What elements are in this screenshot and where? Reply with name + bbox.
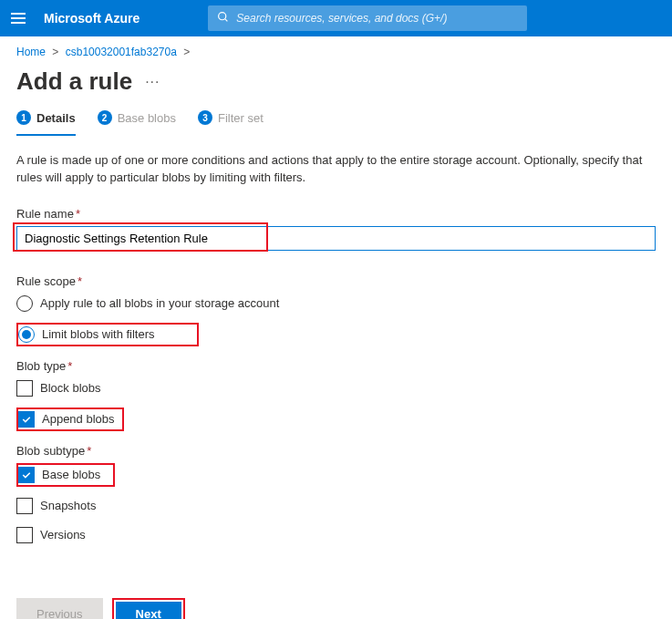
form-content: A rule is made up of one or more conditi… xyxy=(0,136,672,571)
blob-type-label: Blob type* xyxy=(16,359,656,373)
checkbox-icon[interactable] xyxy=(16,380,33,397)
tab-step-badge: 2 xyxy=(98,110,112,125)
radio-icon[interactable] xyxy=(18,326,35,343)
tab-label: Base blobs xyxy=(118,111,176,125)
chevron-right-icon: > xyxy=(183,46,190,58)
tab-step-badge: 1 xyxy=(16,110,31,125)
highlight-box: Next xyxy=(112,598,185,619)
tab-label: Filter set xyxy=(218,111,264,125)
checkbox-label: Snapshots xyxy=(40,499,96,512)
scope-option-filters[interactable]: Limit blobs with filters xyxy=(16,323,199,346)
tab-details[interactable]: 1 Details xyxy=(16,107,76,136)
previous-button[interactable]: Previous xyxy=(16,598,103,619)
blob-subtype-base[interactable]: Base blobs xyxy=(16,463,115,487)
blob-subtype-label: Blob subtype* xyxy=(16,444,656,458)
page-title-row: Add a rule ··· xyxy=(0,64,672,107)
checkbox-label: Block blobs xyxy=(40,381,100,395)
blob-type-append[interactable]: Append blobs xyxy=(16,408,124,431)
chevron-right-icon: > xyxy=(52,46,58,58)
rule-name-label: Rule name* xyxy=(16,207,656,221)
form-description: A rule is made up of one or more conditi… xyxy=(16,152,656,187)
checkbox-label: Append blobs xyxy=(42,412,115,426)
checkbox-label: Base blobs xyxy=(42,468,100,481)
breadcrumb-resource[interactable]: csb10032001fab3270a xyxy=(66,46,177,58)
tab-base-blobs[interactable]: 2 Base blobs xyxy=(98,107,176,136)
checkbox-icon[interactable] xyxy=(18,411,35,428)
tab-filter-set[interactable]: 3 Filter set xyxy=(198,107,264,136)
required-marker: * xyxy=(87,444,91,458)
required-marker: * xyxy=(76,207,80,221)
brand-label: Microsoft Azure xyxy=(44,11,140,26)
menu-icon[interactable] xyxy=(11,13,26,24)
blob-subtype-versions[interactable]: Versions xyxy=(16,525,656,545)
required-marker: * xyxy=(67,359,72,373)
required-marker: * xyxy=(78,274,82,288)
blob-type-block[interactable]: Block blobs xyxy=(16,378,656,398)
tabs-nav: 1 Details 2 Base blobs 3 Filter set xyxy=(0,107,672,136)
tab-label: Details xyxy=(36,111,76,125)
checkbox-label: Versions xyxy=(40,528,86,542)
page-title: Add a rule xyxy=(16,67,132,96)
more-icon[interactable]: ··· xyxy=(145,74,160,90)
checkbox-icon[interactable] xyxy=(16,498,33,514)
scope-option-all[interactable]: Apply rule to all blobs in your storage … xyxy=(16,294,656,314)
blob-subtype-snapshots[interactable]: Snapshots xyxy=(16,496,656,516)
footer-buttons: Previous Next xyxy=(0,598,672,619)
breadcrumb: Home > csb10032001fab3270a > xyxy=(0,36,672,64)
checkbox-icon[interactable] xyxy=(18,467,35,483)
svg-point-0 xyxy=(219,13,226,20)
radio-label: Apply rule to all blobs in your storage … xyxy=(40,296,279,310)
rule-name-input[interactable] xyxy=(16,226,656,251)
radio-label: Limit blobs with filters xyxy=(42,327,155,341)
topbar: Microsoft Azure xyxy=(0,0,672,36)
radio-icon[interactable] xyxy=(16,295,33,312)
search-icon xyxy=(217,11,229,26)
checkbox-icon[interactable] xyxy=(16,527,33,543)
search-input[interactable] xyxy=(236,12,518,25)
next-button[interactable]: Next xyxy=(116,602,181,619)
search-box[interactable] xyxy=(208,5,527,31)
breadcrumb-home[interactable]: Home xyxy=(16,46,46,58)
svg-line-1 xyxy=(225,19,227,21)
tab-step-badge: 3 xyxy=(198,110,212,125)
rule-scope-label: Rule scope* xyxy=(16,274,656,288)
